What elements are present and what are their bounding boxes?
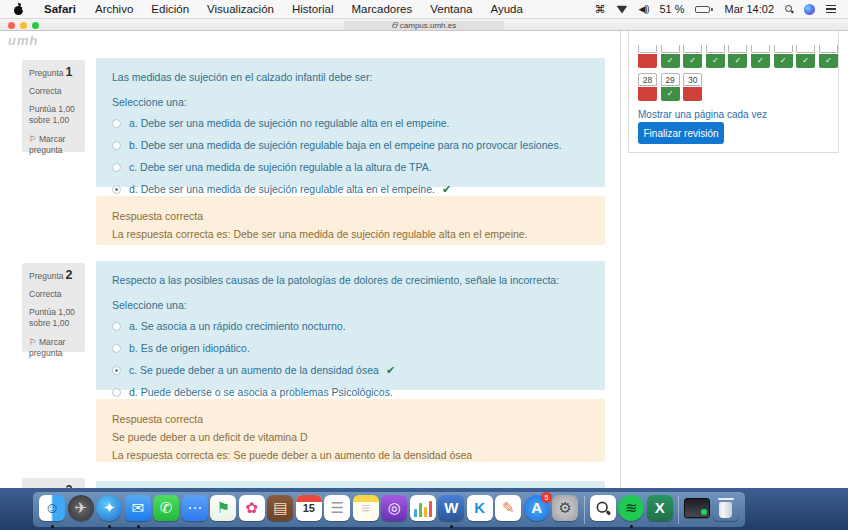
question-1-option-d[interactable]: d. Debe ser una medida de sujeción regul…: [112, 183, 589, 196]
radio-icon[interactable]: [112, 344, 121, 353]
radio-icon[interactable]: [112, 322, 121, 331]
system-preferences-icon[interactable]: ⚙: [552, 495, 579, 525]
question-number: 1: [66, 65, 73, 79]
reminders-icon[interactable]: ☰: [324, 495, 351, 525]
menu-bar-status: ⌘ ◀)) 51 % Mar 14:02: [594, 3, 848, 16]
dock: ☺✈✦✉✆⋯⚑✿▤15☰≡◎WK✎A5⚙≋X: [33, 492, 745, 527]
dock-divider: [678, 496, 679, 524]
menu-bar-clock[interactable]: Mar 14:02: [724, 3, 774, 15]
nav-question-cell[interactable]: [638, 45, 657, 68]
question-2-option-b[interactable]: b. Es de origen idiopático.: [112, 342, 589, 355]
nav-question-cell[interactable]: ✓: [728, 45, 747, 68]
question-1-prompt: Seleccione una:: [112, 96, 589, 108]
spotify-icon[interactable]: ≋: [618, 495, 645, 525]
question-1-text: Las medidas de sujeción en el calzado in…: [112, 71, 589, 83]
finish-review-button[interactable]: Finalizar revisión: [638, 122, 724, 144]
nav-question-28[interactable]: 28: [638, 73, 657, 101]
address-bar[interactable]: campus.umh.es: [344, 21, 504, 31]
show-one-page-link[interactable]: Mostrar una página cada vez: [638, 109, 767, 120]
preview-icon[interactable]: [589, 495, 616, 525]
menu-safari[interactable]: Safari: [34, 3, 86, 15]
radio-icon[interactable]: [112, 141, 121, 150]
question-1-option-b[interactable]: b. Debe ser una medida de sujeción regul…: [112, 139, 589, 152]
menu-archivo[interactable]: Archivo: [86, 3, 142, 15]
question-number: 2: [66, 268, 73, 282]
flag-question-link[interactable]: ⚐ Marcarpregunta: [29, 134, 78, 156]
quiz-nav-row-1: ✓✓✓✓✓✓✓✓: [638, 45, 838, 68]
spotlight-search-icon[interactable]: [785, 5, 793, 13]
flag-icon: ⚐: [29, 337, 37, 347]
numbers-icon[interactable]: [410, 495, 437, 525]
contacts-icon[interactable]: ▤: [267, 495, 294, 525]
nav-question-cell[interactable]: ✓: [819, 45, 838, 68]
nav-question-cell[interactable]: ✓: [706, 45, 725, 68]
radio-icon[interactable]: [112, 163, 121, 172]
nav-question-29[interactable]: 29✓: [661, 73, 680, 101]
messages-icon[interactable]: ⋯: [182, 495, 209, 525]
safari-icon[interactable]: ✦: [96, 495, 123, 525]
trash-icon[interactable]: [712, 495, 739, 525]
menu-ventana[interactable]: Ventana: [421, 3, 481, 15]
quiz-nav-row-2: 2829✓30: [638, 73, 702, 101]
question-1-option-a[interactable]: a. Debe ser una medida de sujeción no re…: [112, 117, 589, 130]
flag-question-link[interactable]: ⚐ Marcarpregunta: [29, 337, 78, 359]
notification-center-icon[interactable]: [826, 5, 836, 13]
launchpad-icon[interactable]: ✈: [68, 495, 95, 525]
pages-icon[interactable]: ✎: [495, 495, 522, 525]
siri-icon[interactable]: [804, 4, 815, 15]
radio-selected-icon[interactable]: [112, 366, 121, 375]
nav-question-cell[interactable]: ✓: [751, 45, 770, 68]
menu-historial[interactable]: Historial: [283, 3, 343, 15]
menu-visualizacion[interactable]: Visualización: [198, 3, 283, 15]
menu-edicion[interactable]: Edición: [142, 3, 198, 15]
content-divider: [620, 31, 621, 489]
word-icon[interactable]: W: [438, 495, 465, 525]
feedback-state: Respuesta correcta: [112, 410, 589, 428]
menu-ayuda[interactable]: Ayuda: [481, 3, 531, 15]
nav-question-cell[interactable]: ✓: [683, 45, 702, 68]
question-2-text: Respecto a las posibles causas de la pat…: [112, 274, 589, 286]
radio-icon[interactable]: [112, 119, 121, 128]
nav-question-30[interactable]: 30: [683, 73, 702, 101]
menu-marcadores[interactable]: Marcadores: [343, 3, 422, 15]
battery-icon[interactable]: [695, 6, 713, 13]
facetime-icon[interactable]: ✆: [153, 495, 180, 525]
question-2-option-a[interactable]: a. Se asocia a un rápido crecimiento noc…: [112, 320, 589, 333]
feedback-correct-answer: La respuesta correcta es: Debe ser una m…: [112, 225, 589, 243]
question-2-option-d[interactable]: d. Puede deberse o se asocia a problemas…: [112, 386, 589, 399]
nav-question-cell[interactable]: ✓: [796, 45, 815, 68]
question-grade: Puntúa 1,00sobre 1,00: [29, 307, 78, 329]
maps-icon[interactable]: ⚑: [210, 495, 237, 525]
photos-icon[interactable]: ✿: [239, 495, 266, 525]
keynote-icon[interactable]: K: [467, 495, 494, 525]
minimized-window-thumbnail[interactable]: [684, 495, 711, 525]
question-1-option-c[interactable]: c. Debe ser una medida de sujeción regul…: [112, 161, 589, 174]
calendar-icon[interactable]: 15: [296, 495, 323, 525]
correct-check-icon: ✔: [442, 183, 451, 196]
dock-divider: [584, 496, 585, 524]
finder-icon[interactable]: ☺: [39, 495, 66, 525]
apple-menu-icon[interactable]: [14, 4, 24, 15]
running-indicator: [630, 525, 633, 528]
volume-icon[interactable]: ◀)): [638, 4, 648, 14]
mail-icon[interactable]: ✉: [125, 495, 152, 525]
input-source-icon[interactable]: ⌘: [594, 3, 605, 16]
podcasts-icon[interactable]: ◎: [381, 495, 408, 525]
correct-check-icon: ✔: [386, 364, 395, 377]
minimize-window-button[interactable]: [20, 22, 27, 29]
radio-selected-icon[interactable]: [112, 185, 121, 194]
umh-logo: umh: [8, 33, 38, 48]
question-state: Correcta: [29, 86, 78, 97]
nav-question-cell[interactable]: ✓: [661, 45, 680, 68]
excel-icon[interactable]: X: [646, 495, 673, 525]
question-2-option-c[interactable]: c. Se puede deber a un aumento de la den…: [112, 364, 589, 377]
nav-question-cell[interactable]: ✓: [774, 45, 793, 68]
quiz-navigation-panel: ✓✓✓✓✓✓✓✓ 2829✓30 Mostrar una página cada…: [628, 31, 839, 153]
radio-icon[interactable]: [112, 388, 121, 397]
close-window-button[interactable]: [8, 22, 15, 29]
zoom-window-button[interactable]: [32, 22, 39, 29]
question-label: Pregunta: [29, 271, 64, 281]
wifi-icon[interactable]: [616, 5, 627, 14]
notes-icon[interactable]: ≡: [353, 495, 380, 525]
appstore-icon[interactable]: A5: [524, 495, 551, 525]
